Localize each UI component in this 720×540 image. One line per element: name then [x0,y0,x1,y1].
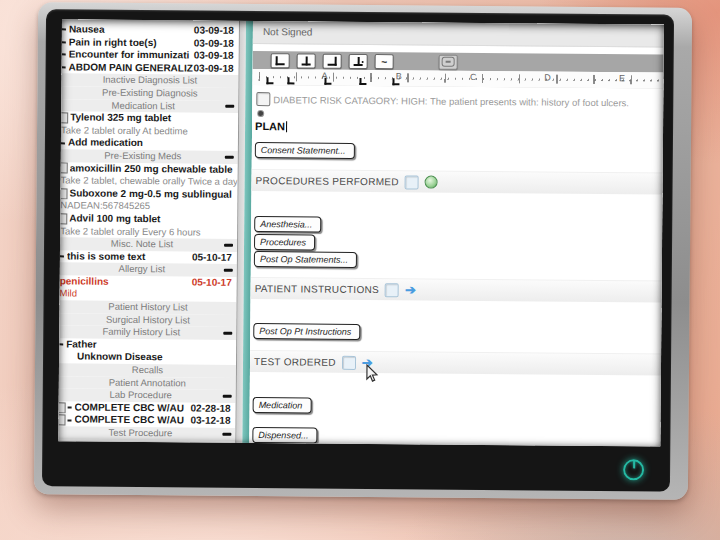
signature-status-bar: Not Signed [253,21,664,48]
bullet-icon [68,407,72,409]
status-badge: Not Signed [263,26,313,37]
procedures-performed-section: PROCEDURES PERFORMED [252,169,663,195]
wave-icon[interactable]: ~ [375,54,394,69]
dispensed-button[interactable]: Dispensed... [252,427,317,444]
test-ordered-label: TEST ORDERED [254,356,336,368]
wave-glyph: ~ [381,57,387,66]
monitor-bezel: Nausea03-09-18Pain in right toe(s)03-09-… [42,9,674,491]
list-item-date: 03-09-18 [194,50,239,63]
document-icon [59,402,66,413]
tab-left-icon[interactable] [271,53,290,68]
power-button[interactable] [623,459,644,480]
procedures-button[interactable]: Procedures [254,234,315,251]
list-item-date: 05-10-17 [192,251,237,264]
list-item-date: 03-09-18 [194,25,239,38]
list-item-label: penicillins [60,275,192,289]
bullet-icon [61,142,65,144]
tab-stop-marker[interactable] [392,78,399,85]
anesthesia-button[interactable]: Anesthesia... [254,216,321,233]
ruler-letter: E [619,73,625,83]
monitor: Nausea03-09-18Pain in right toe(s)03-09-… [34,2,692,500]
collapse-icon[interactable] [224,269,233,272]
bullet-icon [62,54,66,56]
patient-instructions-label: PATIENT INSTRUCTIONS [255,283,379,295]
document-icon [61,112,68,123]
tab-decimal-icon[interactable] [349,53,368,68]
bullet-icon [62,29,66,31]
list-item-label: Pain in right toe(s) [69,36,194,50]
document-icon [58,415,65,426]
tab-stop-marker[interactable] [267,77,274,84]
collapse-icon[interactable] [225,105,234,108]
collapse-icon[interactable] [223,332,232,335]
list-item-label: this is some text [67,250,192,264]
list-item-label: COMPLETE CBC W/AU [74,414,190,428]
list-item-date: 02-28-18 [191,402,236,415]
tab-decimal-glyph [354,56,363,65]
consent-statement-button[interactable]: Consent Statement... [255,142,355,159]
document-icon [60,213,67,224]
add-procedure-icon[interactable] [425,176,438,189]
tab-left-glyph [276,56,285,65]
collapse-icon[interactable] [222,433,231,436]
patient-summary-panel: Nausea03-09-18Pain in right toe(s)03-09-… [58,19,239,443]
medication-button[interactable]: Medication [253,397,312,414]
mouse-cursor [365,364,379,384]
bullet-icon [60,255,64,257]
bullet-icon [68,419,72,421]
bullet-marker [258,111,263,116]
tab-stop-marker[interactable] [287,77,294,84]
test-ordered-section: TEST ORDERED ➔ [250,350,661,376]
go-arrow-icon[interactable]: ➔ [405,283,416,296]
note-editor-panel: Not Signed ~ ABCDE DIABETIC RISK CATAGOR… [249,21,664,447]
procedures-performed-label: PROCEDURES PERFORMED [256,175,399,187]
field-marker-icon[interactable] [439,54,458,69]
text-caret [286,121,287,132]
collapse-icon[interactable] [225,156,234,159]
risk-checkbox[interactable] [256,92,270,106]
ruler-letter: D [544,73,551,83]
patient-instructions-section: PATIENT INSTRUCTIONS ➔ [251,277,662,303]
bullet-icon [62,41,66,43]
ruler-major-ticks [258,72,659,84]
list-section-header[interactable]: Test Procedure [58,426,235,440]
field-glyph [442,57,455,67]
tab-stop-marker[interactable] [324,78,331,85]
tab-center-icon[interactable] [297,53,316,68]
test-ordered-checkbox[interactable] [342,355,356,369]
ruler-letter: C [470,72,477,82]
plan-heading: PLAN [255,120,287,132]
bullet-icon [62,66,66,68]
list-item-label: COMPLETE CBC W/AU [75,401,191,415]
list-item-date: 03-09-18 [193,62,238,75]
list-item-date: 03-12-18 [190,415,235,428]
patient-instructions-checkbox[interactable] [385,283,399,297]
list-item-label: ABDOM PAIN GENERALIZ [69,61,194,75]
tab-right-glyph [328,56,337,65]
risk-statement-text: DIABETIC RISK CATAGORY: HIGH: The patien… [273,94,629,108]
emr-screen: Nausea03-09-18Pain in right toe(s)03-09-… [58,19,664,446]
note-document: DIABETIC RISK CATAGORY: HIGH: The patien… [249,85,663,447]
document-icon [61,163,68,174]
document-icon [60,188,67,199]
tab-right-icon[interactable] [323,53,342,68]
list-item-label: Nausea [69,23,194,37]
list-item-label: Encounter for immunizati [69,49,194,63]
procedures-performed-checkbox[interactable] [405,175,419,189]
bullet-icon [59,343,63,345]
risk-statement-row: DIABETIC RISK CATAGORY: HIGH: The patien… [256,92,629,109]
list-item-date: 03-09-18 [194,37,239,50]
tab-stop-marker[interactable] [359,78,366,85]
tab-center-glyph [302,56,311,65]
collapse-icon[interactable] [224,244,233,247]
list-item-date: 05-10-17 [192,276,237,289]
post-op-pt-instructions-button[interactable]: Post Op Pt Instructions [253,323,360,340]
collapse-icon[interactable] [223,395,232,398]
section-header-label: Test Procedure [58,426,222,440]
post-op-statements-button[interactable]: Post Op Statements... [254,251,357,268]
